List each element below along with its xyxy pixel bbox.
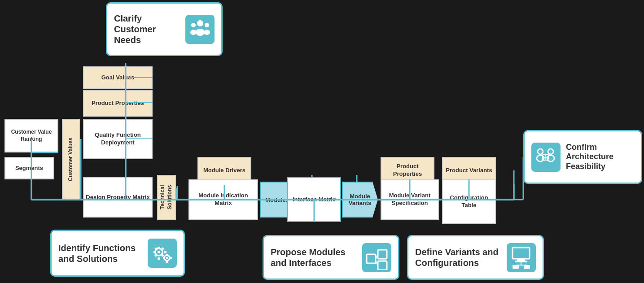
technical-solutions-box: Technical Solutions bbox=[157, 175, 176, 220]
confirm-phase-banner: Confirm Architecture Feasibility bbox=[523, 130, 642, 184]
propose-phase-icon bbox=[362, 243, 391, 272]
design-property-matrix-box: Design Property Matrix bbox=[83, 177, 153, 218]
configuration-table-box: Configuration Table bbox=[442, 179, 496, 224]
module-variant-specification-box: Module Variant Specification bbox=[381, 179, 439, 220]
svg-rect-39 bbox=[378, 250, 387, 259]
qfd-box: Quality Function Deployment bbox=[83, 119, 153, 159]
svg-rect-30 bbox=[154, 254, 158, 257]
define-phase-text: Define Variants and Configurations bbox=[415, 247, 501, 268]
propose-phase-banner: Propose Modules and Interfaces bbox=[263, 235, 399, 280]
svg-rect-44 bbox=[517, 259, 525, 261]
svg-rect-45 bbox=[515, 261, 527, 262]
svg-point-21 bbox=[204, 30, 210, 35]
customer-value-ranking-box: Customer Value Ranking bbox=[4, 119, 58, 152]
svg-rect-24 bbox=[158, 247, 160, 249]
product-properties-1-box: Product Properties bbox=[83, 90, 153, 117]
svg-point-50 bbox=[538, 149, 543, 154]
customer-values-box: Customer Values bbox=[62, 119, 80, 200]
identify-phase-icon bbox=[148, 239, 177, 268]
svg-rect-38 bbox=[367, 254, 376, 263]
svg-point-20 bbox=[205, 23, 209, 27]
svg-rect-25 bbox=[158, 257, 160, 260]
svg-point-19 bbox=[190, 30, 197, 35]
define-phase-banner: Define Variants and Configurations bbox=[407, 235, 544, 280]
clarify-phase-banner: Clarify Customer Needs bbox=[106, 2, 223, 56]
diagram-container: Segments Customer Value Ranking Customer… bbox=[0, 0, 644, 283]
confirm-phase-icon bbox=[531, 143, 561, 172]
svg-point-52 bbox=[548, 149, 553, 154]
svg-rect-48 bbox=[513, 265, 519, 269]
module-indication-matrix-box: Module Indication Matrix bbox=[188, 179, 258, 220]
svg-rect-35 bbox=[166, 261, 168, 263]
svg-point-18 bbox=[191, 23, 196, 27]
svg-rect-36 bbox=[163, 257, 165, 259]
svg-point-23 bbox=[158, 251, 160, 253]
svg-point-33 bbox=[166, 257, 168, 259]
svg-point-17 bbox=[196, 29, 205, 36]
clarify-phase-icon bbox=[185, 15, 215, 44]
identify-phase-text: Identify Functions and Solutions bbox=[58, 243, 142, 264]
goal-values-box: Goal Values bbox=[83, 66, 153, 89]
define-phase-icon bbox=[507, 243, 536, 272]
svg-rect-27 bbox=[164, 251, 166, 253]
svg-point-16 bbox=[197, 20, 203, 26]
clarify-phase-text: Clarify Customer Needs bbox=[114, 13, 180, 45]
identify-phase-banner: Identify Functions and Solutions bbox=[50, 230, 185, 277]
interface-matrix-box: Interface Matrix bbox=[287, 177, 341, 222]
svg-rect-43 bbox=[513, 248, 530, 259]
module-variants-box: Module Variants bbox=[342, 182, 378, 218]
svg-rect-40 bbox=[378, 261, 387, 270]
confirm-phase-text: Confirm Architecture Feasibility bbox=[566, 143, 634, 172]
segments-box: Segments bbox=[4, 157, 54, 179]
svg-rect-37 bbox=[170, 257, 172, 259]
svg-rect-34 bbox=[166, 254, 168, 256]
svg-rect-26 bbox=[153, 251, 156, 253]
svg-rect-49 bbox=[524, 265, 530, 269]
propose-phase-text: Propose Modules and Interfaces bbox=[271, 247, 357, 268]
svg-rect-28 bbox=[154, 247, 158, 250]
